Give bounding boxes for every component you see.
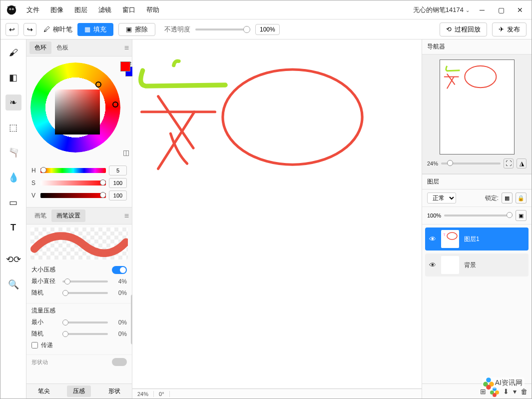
minimize-button[interactable]: ─ [473, 2, 492, 18]
close-button[interactable]: ✕ [511, 2, 530, 18]
blend-mode-select[interactable]: 正常 [427, 192, 456, 204]
nav-zoom-value: 24% [427, 160, 438, 166]
brush-preview [30, 228, 128, 260]
layer-thumbnail [441, 256, 459, 274]
eraser-tool[interactable]: ◧ [5, 70, 21, 86]
val-label: V [31, 192, 37, 199]
flow-random-slider[interactable] [62, 333, 108, 335]
layer-opacity-value: 100% [427, 212, 441, 218]
layer-opacity-slider[interactable] [444, 214, 513, 216]
pass-checkbox[interactable]: 传递 [31, 341, 127, 350]
navigator-title: 导航器 [422, 40, 532, 54]
min-diameter-slider[interactable] [62, 280, 108, 282]
main-menu: 文件 图像 图层 滤镜 窗口 帮助 [26, 6, 159, 14]
status-zoom: 24% [132, 391, 154, 397]
layer-item[interactable]: 👁 T 图层1 [425, 228, 529, 250]
visibility-icon[interactable]: 👁 [429, 261, 436, 269]
layer-item[interactable]: 👁 背景 [425, 254, 529, 276]
canvas[interactable]: 24% 0° [132, 40, 422, 398]
size-pressure-toggle[interactable] [112, 266, 127, 274]
lock-alpha-icon[interactable]: ▩ [502, 192, 513, 204]
flow-pressure-label: 流量压感 [31, 306, 55, 315]
brush-icon: 🖊 [43, 26, 50, 33]
opacity-value[interactable]: 100% [255, 24, 280, 35]
text-tool[interactable]: T [5, 220, 21, 236]
flow-min-slider[interactable] [62, 322, 108, 324]
val-value[interactable]: 100 [109, 190, 127, 200]
flow-random-label: 随机 [31, 330, 58, 338]
fill-mode-button[interactable]: ▦填充 [77, 23, 113, 36]
color-wheel[interactable]: ⇄ ◫ [30, 60, 130, 160]
min-diameter-label: 最小直径 [31, 277, 58, 286]
nav-zoom-slider[interactable] [441, 162, 501, 164]
eyedropper-tool[interactable]: 💧 [5, 170, 21, 186]
hue-slider[interactable] [40, 168, 106, 173]
tab-color-ring[interactable]: 色环 [29, 42, 51, 54]
marquee-tool[interactable]: ⬚ [5, 120, 21, 136]
tab-shape[interactable]: 形状 [102, 386, 126, 397]
brush-panel-menu-icon[interactable]: ≡ [124, 212, 129, 220]
opacity-slider[interactable] [195, 28, 250, 30]
watermark: AI资讯网 [482, 378, 525, 388]
size-random-slider[interactable] [62, 292, 108, 294]
sat-slider[interactable] [40, 180, 106, 186]
tab-brush-settings[interactable]: 画笔设置 [51, 210, 85, 222]
visibility-icon[interactable]: 👁 [429, 235, 436, 243]
shape-tool[interactable]: ▭ [5, 194, 21, 210]
val-slider[interactable] [40, 193, 106, 198]
menu-image[interactable]: 图像 [50, 6, 63, 14]
clip-mask-icon[interactable]: ▣ [516, 210, 527, 221]
opacity-label: 不透明度 [164, 25, 190, 34]
nav-fullscreen-icon[interactable]: ⛶ [504, 158, 514, 168]
tab-brush[interactable]: 画笔 [29, 210, 51, 222]
shape-dynamics-toggle[interactable] [112, 358, 127, 366]
flow-min-value: 0% [112, 319, 127, 326]
status-angle: 0° [154, 391, 170, 397]
layer-thumbnail: T [441, 230, 459, 248]
tab-tip[interactable]: 笔尖 [32, 386, 56, 397]
tab-pressure[interactable]: 压感 [67, 386, 91, 397]
tab-color-palette[interactable]: 色板 [51, 42, 73, 54]
user-dropdown[interactable]: 无心的钢笔14174⌄ [413, 6, 470, 14]
current-brush[interactable]: 🖊 柳叶笔 [43, 25, 72, 34]
zoom-tool[interactable]: 🔍 [5, 276, 21, 292]
menu-file[interactable]: 文件 [26, 6, 39, 14]
svg-point-5 [223, 70, 362, 164]
fill-icon: ▦ [84, 26, 90, 33]
svg-point-6 [465, 66, 496, 88]
size-pressure-label: 大小压感 [31, 266, 55, 274]
layers-title: 图层 [422, 174, 532, 190]
transform-tool[interactable]: ⟲⟳ [5, 252, 21, 268]
menu-filter[interactable]: 滤镜 [98, 6, 111, 14]
bucket-tool[interactable]: 🫗 [5, 144, 21, 160]
flow-min-label: 最小 [31, 318, 58, 326]
foreground-color[interactable] [120, 62, 130, 72]
panel-menu-icon[interactable]: ≡ [124, 44, 129, 52]
min-diameter-value: 4% [112, 278, 127, 285]
leaf-brush-tool[interactable]: ❧ [5, 94, 21, 110]
redo-button[interactable]: ↪ [23, 23, 36, 36]
menu-window[interactable]: 窗口 [122, 6, 135, 14]
navigator-thumb[interactable] [440, 60, 515, 154]
playback-button[interactable]: ⟲过程回放 [440, 22, 487, 36]
menu-help[interactable]: 帮助 [146, 6, 159, 14]
chevron-down-icon: ⌄ [466, 8, 470, 13]
color-swatches[interactable]: ⇄ [120, 62, 130, 72]
reset-colors-icon[interactable]: ◫ [123, 148, 129, 156]
lock-all-icon[interactable]: 🔒 [516, 192, 527, 204]
publish-button[interactable]: ✈发布 [492, 22, 527, 36]
menu-layer[interactable]: 图层 [74, 6, 87, 14]
send-icon: ✈ [499, 26, 504, 33]
undo-button[interactable]: ↩ [5, 23, 18, 36]
hue-value[interactable]: 5 [109, 166, 127, 176]
svg-point-3 [9, 8, 10, 10]
sat-value[interactable]: 100 [109, 178, 127, 188]
sat-label: S [31, 180, 37, 186]
erase-mode-button[interactable]: ▣擦除 [118, 23, 155, 36]
shape-dynamics-label: 形状动 [31, 358, 48, 366]
nav-flip-icon[interactable]: ◮ [517, 158, 527, 168]
svg-point-4 [12, 8, 13, 10]
brush-tool[interactable]: 🖌 [5, 44, 21, 60]
maximize-button[interactable]: ▢ [492, 2, 511, 18]
lock-label: 锁定: [485, 194, 499, 202]
